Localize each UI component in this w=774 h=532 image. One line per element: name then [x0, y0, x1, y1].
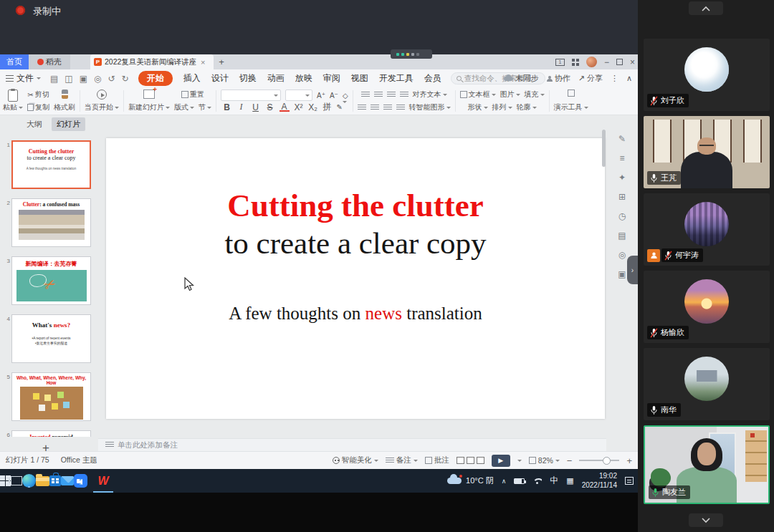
clock[interactable]: 19:02 2022/11/14 — [582, 472, 617, 490]
format-painter-button[interactable]: 格式刷 — [54, 89, 75, 113]
section-button[interactable]: 节 — [199, 102, 211, 112]
slide-thumbnail[interactable]: Cutting the clutter to create a clear co… — [11, 140, 91, 189]
save-icon[interactable]: ▤ — [50, 74, 58, 84]
new-slide-button[interactable]: 新建幻灯片 — [128, 89, 170, 113]
decrease-font-button[interactable]: A⁻ — [330, 92, 338, 100]
strikethrough-button[interactable]: S — [265, 102, 275, 112]
reset-button[interactable]: 重置 — [181, 90, 204, 100]
account-avatar[interactable] — [586, 57, 597, 67]
smart-beautify-button[interactable]: 智能美化 — [333, 455, 378, 465]
slideshow-button[interactable]: ▶ — [492, 455, 510, 467]
redo-icon[interactable]: ↻ — [122, 74, 129, 84]
tab-home[interactable]: 首页 — [0, 54, 29, 69]
slide-thumbnail[interactable]: 新闻编译：去芜存菁 — [11, 256, 91, 305]
menu-item[interactable]: 会员 — [424, 72, 441, 84]
slideshow-options-icon[interactable] — [517, 460, 522, 464]
highlight-button[interactable]: ✎ — [337, 103, 347, 111]
minimize-button[interactable]: − — [604, 57, 609, 67]
export-icon[interactable]: ◫ — [64, 74, 72, 84]
collapse-ribbon-icon[interactable]: ∧ — [626, 74, 632, 83]
taskbar-app-icon[interactable]: W — [87, 469, 119, 493]
participant-tile[interactable]: 杨愉欣 — [644, 271, 770, 343]
undo-icon[interactable]: ↺ — [108, 74, 115, 84]
wifi-icon[interactable] — [532, 478, 542, 484]
cut-button[interactable]: ✂剪切 — [27, 90, 49, 100]
bullet-list-icon[interactable] — [361, 92, 370, 98]
collapse-down-button[interactable] — [689, 513, 723, 527]
notes-bar[interactable]: 单击此处添加备注 — [98, 438, 606, 451]
font-size-select[interactable] — [285, 90, 312, 101]
side-tool-icon[interactable]: ⊞ — [616, 192, 628, 202]
zoom-out-button[interactable]: − — [567, 455, 573, 466]
increase-font-button[interactable]: A⁺ — [317, 92, 325, 100]
zoom-level[interactable]: 82% — [529, 456, 560, 465]
participant-tile[interactable]: 刘子欣 — [644, 39, 770, 111]
clear-format-icon[interactable]: ◇ — [343, 92, 348, 100]
slide-thumbnail[interactable]: What's news? •A report of recent events … — [11, 314, 91, 363]
slide-thumbnail[interactable]: Clutter: a confused mass — [11, 198, 91, 247]
pinyin-button[interactable]: 拼 — [322, 101, 333, 113]
taskbar-app-icon[interactable] — [49, 475, 61, 486]
underline-button[interactable]: U — [251, 102, 261, 112]
side-tool-icon[interactable]: ◷ — [616, 211, 628, 221]
picture-button[interactable]: 图片 — [500, 90, 520, 100]
arrange-button[interactable]: 排列 — [492, 102, 512, 112]
side-tool-icon[interactable]: ✎ — [616, 134, 628, 144]
close-button[interactable]: × — [630, 57, 635, 67]
participant-tile[interactable]: 南华 — [644, 348, 770, 420]
tab-slides[interactable]: 幻灯片 — [52, 117, 85, 131]
menu-item[interactable]: 视图 — [351, 72, 368, 84]
participant-tile[interactable]: 陶友兰 — [644, 425, 770, 504]
play-from-page-button[interactable]: 当页开始 — [85, 89, 119, 113]
touch-keyboard-icon[interactable]: ▦ — [566, 476, 573, 485]
taskbar-app-icon[interactable] — [36, 476, 49, 486]
side-tool-icon[interactable]: ≡ — [616, 153, 628, 163]
zoom-slider[interactable] — [579, 460, 619, 461]
menu-item[interactable]: 放映 — [295, 72, 312, 84]
single-window-icon[interactable]: 1 — [555, 59, 565, 66]
comments-button[interactable]: 批注 — [425, 455, 449, 465]
align-center-icon[interactable] — [371, 105, 379, 111]
battery-icon[interactable] — [514, 478, 525, 484]
vertical-scrollbar[interactable] — [602, 125, 606, 426]
action-center-icon[interactable] — [625, 477, 634, 485]
tab-close-icon[interactable]: × — [201, 58, 205, 67]
shape-button[interactable]: 形状 — [468, 102, 488, 112]
smart-graphic-button[interactable]: 转智能图形 — [409, 102, 451, 112]
text-box-button[interactable]: 文本框 — [460, 90, 496, 100]
tab-outline[interactable]: 大纲 — [22, 117, 47, 131]
align-left-icon[interactable] — [358, 105, 366, 111]
bold-button[interactable]: B — [222, 102, 232, 112]
weather-widget[interactable]: 10°C 阴 — [447, 475, 494, 486]
taskbar-app-icon[interactable] — [61, 476, 74, 485]
slide-thumbnail[interactable]: Inverted pyramid — [11, 430, 91, 437]
taskbar-app-icon[interactable] — [11, 476, 22, 485]
menu-item[interactable]: 开发工具 — [379, 72, 414, 84]
slide-thumbnail[interactable]: Who, What, When, Where, Why, How — [11, 372, 91, 421]
sorter-view-icon[interactable] — [467, 457, 474, 464]
recording-toolbar-collapsed[interactable] — [391, 49, 432, 59]
tab-grid-icon[interactable] — [572, 59, 579, 66]
collapse-up-button[interactable] — [689, 1, 723, 15]
share-button[interactable]: ↗分享 — [578, 73, 603, 84]
indent-increase-icon[interactable] — [400, 92, 408, 98]
zoom-in-button[interactable]: + — [626, 455, 632, 466]
tab-document[interactable]: P 2022复旦美语新闻编译讲座.pptx × — [90, 54, 214, 69]
collaborate-button[interactable]: 协作 — [547, 73, 570, 84]
menu-item[interactable]: 审阅 — [323, 72, 340, 84]
print-icon[interactable]: ▣ — [80, 74, 87, 84]
menu-item[interactable]: 设计 — [211, 72, 229, 84]
tray-expand-icon[interactable]: ∧ — [502, 478, 507, 485]
font-color-button[interactable]: A — [280, 103, 290, 112]
menu-item[interactable]: 插入 — [183, 72, 201, 84]
align-right-icon[interactable] — [383, 105, 392, 111]
align-text-button[interactable]: 对齐文本 — [413, 90, 447, 100]
side-tool-icon[interactable]: ▤ — [616, 231, 628, 241]
ime-indicator[interactable]: 中 — [550, 475, 558, 487]
numbered-list-icon[interactable] — [374, 92, 383, 98]
slide-canvas[interactable]: Cutting the clutter to create a clear co… — [106, 138, 605, 419]
taskbar-app-icon[interactable] — [22, 474, 36, 488]
subscript-button[interactable]: X₂ — [308, 102, 318, 112]
indent-decrease-icon[interactable] — [387, 92, 396, 98]
menu-item[interactable]: 开始 — [138, 71, 173, 86]
